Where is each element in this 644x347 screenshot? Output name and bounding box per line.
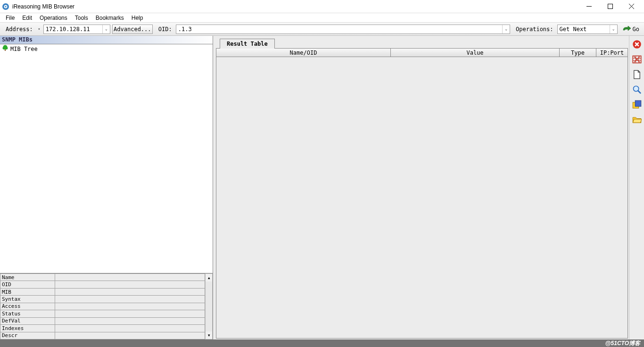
table-options-icon[interactable] — [632, 55, 642, 64]
chevron-down-icon: ⌄ — [610, 25, 617, 33]
menu-file[interactable]: File — [2, 14, 18, 22]
mib-tree-root-label: MIB Tree — [10, 46, 38, 52]
address-combo[interactable]: 172.10.128.11 ⌄ — [43, 25, 110, 34]
scroll-down-icon[interactable]: ▾ — [206, 331, 212, 339]
property-value[interactable] — [55, 310, 205, 317]
property-key: Access — [0, 303, 55, 310]
property-value[interactable] — [55, 274, 205, 281]
col-name-oid[interactable]: Name/OID — [216, 49, 391, 57]
result-rows[interactable] — [216, 57, 627, 338]
maximize-button[interactable] — [600, 0, 621, 13]
property-row: Descr — [0, 332, 205, 339]
go-button[interactable]: Go — [619, 26, 642, 33]
property-key: Status — [0, 310, 55, 317]
property-row: OID — [0, 281, 205, 288]
minimize-button[interactable] — [578, 0, 600, 13]
property-key: Name — [0, 274, 55, 281]
document-icon[interactable] — [632, 70, 642, 79]
property-key: Indexes — [0, 325, 55, 332]
chevron-down-icon: ⌄ — [102, 25, 110, 33]
main-area: SNMP MIBs MIB Tree NameOIDMIBSyntaxAcces… — [0, 36, 644, 339]
property-value[interactable] — [55, 303, 205, 310]
footer-strip: @51CTO博客 — [0, 339, 644, 347]
result-tabs: Result Table — [216, 37, 628, 48]
property-row: Status — [0, 310, 205, 317]
menu-operations[interactable]: Operations — [36, 14, 71, 22]
go-arrow-icon — [622, 26, 631, 33]
mib-tree-root[interactable]: MIB Tree — [0, 44, 213, 53]
advanced-button[interactable]: Advanced... — [112, 25, 153, 34]
operations-value: Get Next — [558, 26, 610, 33]
right-toolbar — [629, 36, 644, 339]
col-ip-port[interactable]: IP:Port — [596, 49, 627, 57]
export-icon[interactable] — [632, 100, 642, 109]
col-type[interactable]: Type — [560, 49, 596, 57]
property-row: DefVal — [0, 317, 205, 324]
center-pane: Result Table Name/OID Value Type IP:Port — [213, 36, 629, 339]
col-value[interactable]: Value — [391, 49, 560, 57]
address-history-dropdown[interactable]: ▾ — [37, 25, 41, 34]
menubar: File Edit Operations Tools Bookmarks Hel… — [0, 13, 644, 23]
property-key: DefVal — [0, 317, 55, 324]
property-key: Syntax — [0, 296, 55, 303]
operations-label: Operations: — [512, 26, 555, 33]
menu-tools[interactable]: Tools — [71, 14, 92, 22]
window-title: iReasoning MIB Browser — [12, 3, 74, 10]
advanced-label: Advanced... — [114, 26, 151, 33]
svg-point-7 — [5, 47, 8, 50]
watermark: @51CTO博客 — [605, 339, 640, 347]
snmp-mibs-header: SNMP MIBs — [0, 36, 213, 44]
property-row: Indexes — [0, 325, 205, 332]
open-folder-icon[interactable] — [632, 115, 642, 124]
toolbar: Address: ▾ 172.10.128.11 ⌄ Advanced... O… — [0, 23, 644, 36]
menu-bookmarks[interactable]: Bookmarks — [92, 14, 128, 22]
app-icon — [2, 3, 9, 10]
menu-edit[interactable]: Edit — [18, 14, 36, 22]
properties-panel: NameOIDMIBSyntaxAccessStatusDefValIndexe… — [0, 273, 213, 339]
tree-icon — [2, 45, 8, 53]
properties-scrollbar[interactable]: ▴ ▾ — [205, 273, 213, 339]
oid-label: OID: — [155, 26, 174, 33]
search-icon[interactable] — [632, 85, 642, 94]
operations-combo[interactable]: Get Next ⌄ — [557, 25, 618, 34]
property-value[interactable] — [55, 281, 205, 288]
property-key: MIB — [0, 288, 55, 295]
svg-point-10 — [633, 86, 638, 91]
properties-table: NameOIDMIBSyntaxAccessStatusDefValIndexe… — [0, 273, 205, 339]
property-row: Name — [0, 274, 205, 281]
result-table: Name/OID Value Type IP:Port — [216, 48, 628, 339]
property-row: Access — [0, 303, 205, 310]
left-pane: SNMP MIBs MIB Tree NameOIDMIBSyntaxAcces… — [0, 36, 213, 339]
svg-point-2 — [5, 6, 7, 7]
scroll-up-icon[interactable]: ▴ — [206, 274, 212, 281]
property-value[interactable] — [55, 296, 205, 303]
result-table-header: Name/OID Value Type IP:Port — [216, 49, 627, 57]
svg-rect-12 — [635, 100, 641, 107]
oid-combo[interactable]: .1.3 ⌄ — [176, 25, 510, 34]
window-titlebar: iReasoning MIB Browser — [0, 0, 644, 13]
property-key: Descr — [0, 332, 55, 339]
oid-value: .1.3 — [176, 26, 502, 33]
svg-rect-3 — [608, 4, 613, 9]
address-value: 172.10.128.11 — [44, 26, 102, 33]
property-row: Syntax — [0, 296, 205, 303]
window-controls — [578, 0, 642, 13]
property-key: OID — [0, 281, 55, 288]
property-value[interactable] — [55, 332, 205, 339]
close-button[interactable] — [621, 0, 642, 13]
property-value[interactable] — [55, 325, 205, 332]
mib-tree[interactable]: MIB Tree — [0, 44, 213, 273]
tab-result-table[interactable]: Result Table — [220, 39, 275, 49]
chevron-down-icon: ⌄ — [502, 25, 510, 33]
menu-help[interactable]: Help — [128, 14, 147, 22]
property-value[interactable] — [55, 317, 205, 324]
clear-icon[interactable] — [632, 40, 642, 49]
scroll-track[interactable] — [206, 281, 212, 331]
address-label: Address: — [2, 26, 35, 33]
property-value[interactable] — [55, 288, 205, 295]
go-label: Go — [633, 26, 639, 33]
property-row: MIB — [0, 288, 205, 295]
